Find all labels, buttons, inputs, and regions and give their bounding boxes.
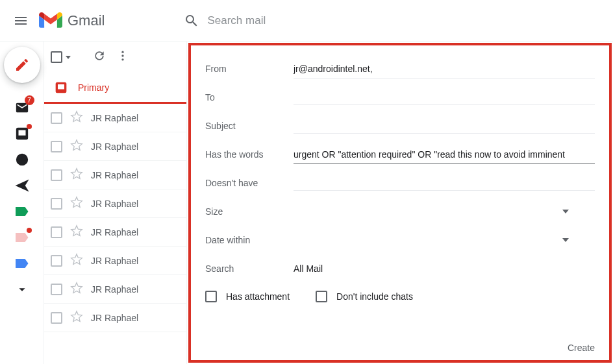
sender-name: JR Raphael [91, 256, 138, 266]
svg-rect-0 [16, 136, 27, 140]
email-row[interactable]: JR Raphael [44, 189, 186, 218]
size-label: Size [205, 206, 294, 217]
dropdown-caret-icon[interactable] [562, 238, 569, 242]
label-blue-icon[interactable] [12, 253, 32, 274]
star-icon[interactable] [70, 253, 83, 269]
star-icon[interactable] [70, 139, 83, 154]
sender-name: JR Raphael [91, 141, 138, 152]
dropdown-caret-icon[interactable] [562, 210, 569, 213]
from-label: From [205, 64, 294, 74]
sender-name: JR Raphael [91, 199, 138, 209]
row-checkbox[interactable] [51, 226, 62, 238]
hamburger-menu-button[interactable] [5, 5, 36, 36]
search-icon[interactable] [176, 5, 207, 36]
star-icon[interactable] [70, 167, 83, 183]
more-button[interactable] [116, 49, 129, 65]
row-checkbox[interactable] [51, 198, 62, 210]
email-row[interactable]: JR Raphael [44, 104, 186, 132]
row-checkbox[interactable] [51, 112, 62, 124]
tab-primary[interactable]: Primary [44, 73, 186, 104]
search-select[interactable]: All Mail [294, 260, 595, 278]
primary-nav-icon[interactable] [12, 123, 32, 144]
sender-name: JR Raphael [91, 170, 138, 180]
has-words-label: Has the words [205, 149, 294, 160]
subject-label: Subject [205, 121, 294, 131]
sender-name: JR Raphael [91, 113, 138, 123]
svg-rect-5 [56, 89, 66, 92]
has-attachment-label: Has attachment [226, 291, 290, 302]
row-checkbox[interactable] [51, 312, 62, 324]
row-checkbox[interactable] [51, 284, 62, 295]
svg-point-3 [121, 55, 123, 56]
svg-point-4 [121, 58, 123, 60]
sender-name: JR Raphael [91, 284, 138, 295]
compose-button[interactable] [4, 47, 40, 83]
search-label: Search [205, 263, 294, 274]
to-label: To [205, 92, 294, 103]
sender-name: JR Raphael [91, 313, 138, 323]
snoozed-nav-icon[interactable] [12, 149, 32, 170]
create-filter-button[interactable]: Create [568, 343, 595, 353]
email-row[interactable]: JR Raphael [44, 161, 186, 189]
doesnt-have-input[interactable] [294, 175, 595, 191]
email-row[interactable]: JR Raphael [44, 275, 186, 304]
tab-primary-label: Primary [78, 82, 109, 93]
select-all-checkbox[interactable] [51, 51, 71, 63]
row-checkbox[interactable] [51, 141, 62, 152]
star-icon[interactable] [70, 310, 83, 326]
date-within-label: Date within [205, 235, 294, 245]
inbox-badge: 7 [25, 95, 34, 105]
row-checkbox[interactable] [51, 169, 62, 181]
expand-more-icon[interactable] [12, 279, 32, 300]
notification-dot [27, 228, 32, 233]
email-row[interactable]: JR Raphael [44, 132, 186, 161]
sender-name: JR Raphael [91, 227, 138, 237]
search-input[interactable]: Search mail [207, 14, 266, 27]
filter-panel: From jr@androidintel.net, To Subject Has… [188, 43, 612, 363]
notification-dot [27, 124, 32, 129]
has-attachment-checkbox[interactable]: Has attachment [205, 291, 290, 302]
gmail-logo: Gmail [36, 12, 105, 30]
subject-input[interactable] [294, 118, 595, 134]
sent-nav-icon[interactable] [12, 175, 32, 196]
dont-include-chats-checkbox[interactable]: Don't include chats [316, 291, 413, 302]
doesnt-have-label: Doesn't have [205, 178, 294, 188]
dont-include-chats-label: Don't include chats [336, 291, 413, 302]
from-input[interactable]: jr@androidintel.net, [294, 60, 595, 79]
email-row[interactable]: JR Raphael [44, 304, 186, 332]
inbox-nav-icon[interactable]: 7 [12, 97, 32, 118]
email-row[interactable]: JR Raphael [44, 218, 186, 247]
to-input[interactable] [294, 90, 595, 105]
svg-point-2 [121, 51, 123, 53]
label-pink-icon[interactable] [12, 227, 32, 248]
has-words-input[interactable]: urgent OR "attention required" OR "read … [294, 145, 595, 164]
star-icon[interactable] [70, 282, 83, 297]
refresh-button[interactable] [93, 49, 106, 65]
star-icon[interactable] [70, 196, 83, 212]
row-checkbox[interactable] [51, 255, 62, 267]
label-green-icon[interactable] [12, 201, 32, 222]
star-icon[interactable] [70, 224, 83, 240]
star-icon[interactable] [70, 110, 83, 126]
email-row[interactable]: JR Raphael [44, 247, 186, 275]
app-name: Gmail [62, 12, 105, 29]
